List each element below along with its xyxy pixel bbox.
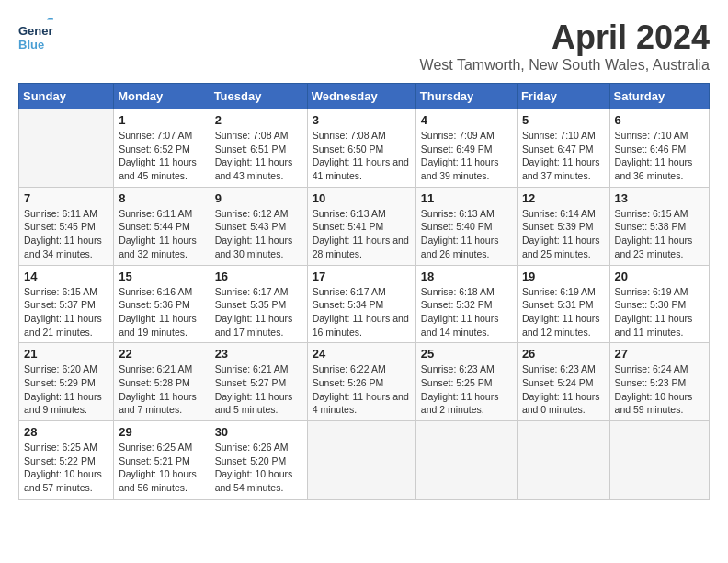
- day-info: Sunrise: 7:07 AMSunset: 6:52 PMDaylight:…: [119, 129, 204, 183]
- header-day-sunday: Sunday: [19, 84, 114, 109]
- day-info: Sunrise: 6:19 AMSunset: 5:31 PMDaylight:…: [522, 285, 605, 339]
- day-info: Sunrise: 6:21 AMSunset: 5:27 PMDaylight:…: [215, 362, 302, 417]
- day-cell: 5 Sunrise: 7:10 AMSunset: 6:47 PMDayligh…: [517, 109, 609, 188]
- week-row-2: 7 Sunrise: 6:11 AMSunset: 5:45 PMDayligh…: [19, 187, 710, 265]
- day-cell: 21 Sunrise: 6:20 AMSunset: 5:29 PMDaylig…: [19, 343, 114, 421]
- day-cell: 19 Sunrise: 6:19 AMSunset: 5:31 PMDaylig…: [517, 265, 609, 343]
- day-cell: 28 Sunrise: 6:25 AMSunset: 5:22 PMDaylig…: [19, 421, 114, 500]
- day-number: 16: [215, 270, 302, 283]
- day-info: Sunrise: 6:21 AMSunset: 5:28 PMDaylight:…: [119, 362, 204, 417]
- day-cell: 4 Sunrise: 7:09 AMSunset: 6:49 PMDayligh…: [415, 109, 517, 188]
- day-number: 29: [119, 425, 204, 439]
- header-day-monday: Monday: [114, 84, 210, 109]
- day-info: Sunrise: 6:13 AMSunset: 5:41 PMDaylight:…: [313, 207, 411, 261]
- day-number: 20: [615, 270, 704, 283]
- day-info: Sunrise: 6:11 AMSunset: 5:45 PMDaylight:…: [24, 207, 108, 261]
- day-number: 22: [119, 347, 204, 361]
- day-cell: 23 Sunrise: 6:21 AMSunset: 5:27 PMDaylig…: [210, 343, 307, 421]
- day-number: 12: [522, 191, 605, 205]
- day-number: 27: [615, 347, 704, 361]
- day-number: 1: [119, 113, 204, 127]
- week-row-3: 14 Sunrise: 6:15 AMSunset: 5:37 PMDaylig…: [19, 265, 710, 343]
- day-cell: 9 Sunrise: 6:12 AMSunset: 5:43 PMDayligh…: [210, 187, 307, 265]
- day-info: Sunrise: 6:12 AMSunset: 5:43 PMDaylight:…: [215, 207, 302, 261]
- day-cell: [415, 421, 517, 500]
- header-day-wednesday: Wednesday: [307, 84, 415, 109]
- day-cell: [609, 421, 709, 500]
- week-row-4: 21 Sunrise: 6:20 AMSunset: 5:29 PMDaylig…: [19, 343, 710, 421]
- day-info: Sunrise: 7:10 AMSunset: 6:46 PMDaylight:…: [615, 129, 704, 183]
- day-info: Sunrise: 6:26 AMSunset: 5:20 PMDaylight:…: [215, 441, 302, 495]
- day-cell: 3 Sunrise: 7:08 AMSunset: 6:50 PMDayligh…: [307, 109, 415, 188]
- day-info: Sunrise: 7:08 AMSunset: 6:50 PMDaylight:…: [313, 129, 411, 183]
- day-cell: [517, 421, 609, 500]
- day-cell: 22 Sunrise: 6:21 AMSunset: 5:28 PMDaylig…: [114, 343, 210, 421]
- day-cell: 8 Sunrise: 6:11 AMSunset: 5:44 PMDayligh…: [114, 187, 210, 265]
- day-number: 25: [421, 347, 512, 361]
- logo: General Blue: [18, 18, 53, 57]
- day-number: 30: [215, 425, 302, 439]
- day-info: Sunrise: 7:09 AMSunset: 6:49 PMDaylight:…: [421, 129, 512, 183]
- day-cell: 12 Sunrise: 6:14 AMSunset: 5:39 PMDaylig…: [517, 187, 609, 265]
- day-cell: 2 Sunrise: 7:08 AMSunset: 6:51 PMDayligh…: [210, 109, 307, 188]
- day-info: Sunrise: 6:19 AMSunset: 5:30 PMDaylight:…: [615, 285, 704, 339]
- day-info: Sunrise: 6:20 AMSunset: 5:29 PMDaylight:…: [24, 362, 108, 417]
- day-info: Sunrise: 6:18 AMSunset: 5:32 PMDaylight:…: [421, 285, 512, 339]
- day-info: Sunrise: 6:25 AMSunset: 5:22 PMDaylight:…: [24, 441, 108, 495]
- day-info: Sunrise: 6:14 AMSunset: 5:39 PMDaylight:…: [522, 207, 605, 261]
- day-number: 19: [522, 270, 605, 283]
- day-number: 24: [313, 347, 411, 361]
- day-info: Sunrise: 6:16 AMSunset: 5:36 PMDaylight:…: [119, 285, 204, 339]
- day-number: 21: [24, 347, 108, 361]
- day-cell: 16 Sunrise: 6:17 AMSunset: 5:35 PMDaylig…: [210, 265, 307, 343]
- calendar-title: April 2024: [420, 18, 710, 57]
- day-info: Sunrise: 6:15 AMSunset: 5:37 PMDaylight:…: [24, 285, 108, 339]
- day-number: 10: [313, 191, 411, 205]
- day-cell: 7 Sunrise: 6:11 AMSunset: 5:45 PMDayligh…: [19, 187, 114, 265]
- day-info: Sunrise: 7:08 AMSunset: 6:51 PMDaylight:…: [215, 129, 302, 183]
- day-number: 4: [421, 113, 512, 127]
- day-number: 9: [215, 191, 302, 205]
- header-day-saturday: Saturday: [609, 84, 709, 109]
- day-cell: 17 Sunrise: 6:17 AMSunset: 5:34 PMDaylig…: [307, 265, 415, 343]
- day-number: 7: [24, 191, 108, 205]
- title-block: April 2024 West Tamworth, New South Wale…: [420, 18, 710, 74]
- svg-text:General: General: [18, 24, 53, 38]
- day-cell: 24 Sunrise: 6:22 AMSunset: 5:26 PMDaylig…: [307, 343, 415, 421]
- header-day-thursday: Thursday: [415, 84, 517, 109]
- week-row-5: 28 Sunrise: 6:25 AMSunset: 5:22 PMDaylig…: [19, 421, 710, 500]
- day-cell: 6 Sunrise: 7:10 AMSunset: 6:46 PMDayligh…: [609, 109, 709, 188]
- day-number: 11: [421, 191, 512, 205]
- day-cell: 29 Sunrise: 6:25 AMSunset: 5:21 PMDaylig…: [114, 421, 210, 500]
- day-cell: 15 Sunrise: 6:16 AMSunset: 5:36 PMDaylig…: [114, 265, 210, 343]
- header-day-tuesday: Tuesday: [210, 84, 307, 109]
- day-info: Sunrise: 6:23 AMSunset: 5:24 PMDaylight:…: [522, 362, 605, 417]
- day-cell: [307, 421, 415, 500]
- day-number: 6: [615, 113, 704, 127]
- day-number: 2: [215, 113, 302, 127]
- header-row: SundayMondayTuesdayWednesdayThursdayFrid…: [19, 84, 710, 109]
- day-info: Sunrise: 6:15 AMSunset: 5:38 PMDaylight:…: [615, 207, 704, 261]
- day-cell: 10 Sunrise: 6:13 AMSunset: 5:41 PMDaylig…: [307, 187, 415, 265]
- header-day-friday: Friday: [517, 84, 609, 109]
- day-info: Sunrise: 6:22 AMSunset: 5:26 PMDaylight:…: [313, 362, 411, 417]
- calendar-subtitle: West Tamworth, New South Wales, Australi…: [420, 57, 710, 74]
- day-info: Sunrise: 7:10 AMSunset: 6:47 PMDaylight:…: [522, 129, 605, 183]
- week-row-1: 1 Sunrise: 7:07 AMSunset: 6:52 PMDayligh…: [19, 109, 710, 188]
- day-info: Sunrise: 6:11 AMSunset: 5:44 PMDaylight:…: [119, 207, 204, 261]
- day-cell: [19, 109, 114, 188]
- day-number: 26: [522, 347, 605, 361]
- day-info: Sunrise: 6:17 AMSunset: 5:34 PMDaylight:…: [313, 285, 411, 339]
- calendar-table: SundayMondayTuesdayWednesdayThursdayFrid…: [18, 83, 710, 500]
- day-cell: 13 Sunrise: 6:15 AMSunset: 5:38 PMDaylig…: [609, 187, 709, 265]
- day-cell: 1 Sunrise: 7:07 AMSunset: 6:52 PMDayligh…: [114, 109, 210, 188]
- day-info: Sunrise: 6:25 AMSunset: 5:21 PMDaylight:…: [119, 441, 204, 495]
- day-cell: 20 Sunrise: 6:19 AMSunset: 5:30 PMDaylig…: [609, 265, 709, 343]
- day-cell: 11 Sunrise: 6:13 AMSunset: 5:40 PMDaylig…: [415, 187, 517, 265]
- day-cell: 14 Sunrise: 6:15 AMSunset: 5:37 PMDaylig…: [19, 265, 114, 343]
- day-number: 17: [313, 270, 411, 283]
- day-number: 18: [421, 270, 512, 283]
- page-header: General Blue April 2024 West Tamworth, N…: [18, 18, 710, 74]
- day-number: 3: [313, 113, 411, 127]
- day-cell: 25 Sunrise: 6:23 AMSunset: 5:25 PMDaylig…: [415, 343, 517, 421]
